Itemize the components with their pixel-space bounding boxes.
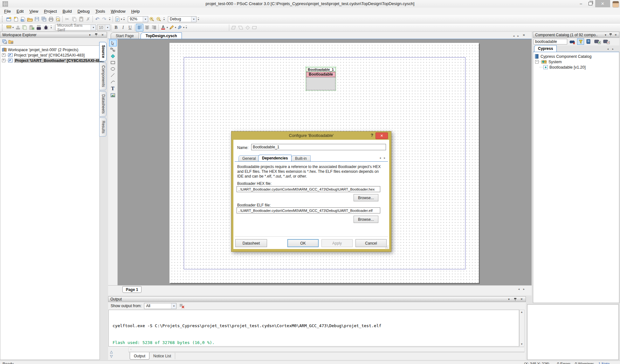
name-input[interactable]	[251, 144, 386, 150]
panel-expand-up-icon[interactable]: △	[110, 350, 113, 354]
expand-icon[interactable]: +	[2, 59, 5, 62]
pin-button[interactable]	[609, 33, 613, 37]
tab-topdesign[interactable]: TopDesign.cysch	[141, 32, 182, 39]
ok-button[interactable]: OK	[287, 239, 319, 247]
scroll-up-icon[interactable]: ▲	[520, 311, 523, 313]
canvas-scroll-right-icon[interactable]: ▸	[523, 287, 525, 291]
toolbar-overflow-button[interactable]: ▾	[108, 16, 112, 23]
save-button[interactable]	[33, 16, 40, 23]
cascade-windows-button[interactable]	[1, 38, 8, 45]
toolbar-overflow-button[interactable]: ▾	[49, 24, 53, 31]
tab-output[interactable]: Output	[130, 352, 149, 360]
line-color-button[interactable]	[168, 24, 175, 31]
menu-project[interactable]: Project	[41, 8, 59, 15]
font-size-combobox[interactable]: 10▾	[97, 24, 110, 30]
catalog-tab-scroll-right-icon[interactable]: ▸	[612, 47, 614, 51]
elf-file-input[interactable]	[237, 207, 380, 213]
open-button[interactable]	[26, 16, 33, 23]
panel-menu-button[interactable]: ▾	[507, 297, 511, 301]
page-tab[interactable]: Page 1	[122, 286, 141, 293]
collapse-icon[interactable]: −	[535, 60, 539, 64]
restore-button[interactable]	[586, 0, 595, 7]
browse-hex-button[interactable]: Browse...	[354, 194, 378, 201]
debugger-tool-button[interactable]	[42, 24, 49, 31]
expand-icon[interactable]: +	[2, 53, 5, 57]
output-filter-combobox[interactable]: All▾	[144, 303, 176, 309]
panel-close-button[interactable]: ✕	[520, 297, 524, 301]
schematic-page[interactable]: Bootloadable_1 Bootloadable Configure 'B…	[169, 43, 479, 283]
status-errors[interactable]: 0 Errors	[557, 362, 571, 364]
font-name-combobox[interactable]: Microsoft Sans Serif▾	[55, 24, 96, 30]
panel-close-button[interactable]: ✕	[614, 33, 618, 37]
menu-edit[interactable]: Edit	[14, 8, 26, 15]
catalog-datasheet-button[interactable]	[586, 39, 591, 44]
output-hscrollbar[interactable]: ‹	[128, 347, 525, 352]
menu-build[interactable]: Build	[60, 8, 75, 15]
pin-button[interactable]	[513, 297, 517, 301]
catalog-expand-all-button[interactable]	[594, 39, 601, 44]
bootloadable-component[interactable]: Bootloadable_1 Bootloadable	[306, 67, 336, 91]
catalog-collapse-all-button[interactable]	[603, 39, 610, 44]
align-left-button[interactable]	[136, 24, 143, 31]
tab-dependencies[interactable]: Dependencies	[258, 155, 292, 161]
panel-menu-button[interactable]: ▾	[88, 33, 92, 37]
toolbar-grip[interactable]	[2, 16, 4, 22]
catalog-tab-scroll-left-icon[interactable]: ◂	[607, 47, 609, 51]
resize-grip-icon[interactable]	[385, 245, 389, 248]
pin-button[interactable]	[94, 33, 98, 37]
zoom-combobox[interactable]: 92%▾	[128, 16, 148, 22]
configure-dialog[interactable]: Configure 'Bootloadable' ? ✕ Name: Gener…	[231, 131, 391, 252]
new-project-button[interactable]	[5, 16, 12, 23]
rectangle-tool-button[interactable]	[109, 59, 116, 65]
terminal-dropdown[interactable]: ▾	[12, 26, 14, 29]
debug-target-combobox[interactable]: Debug▾	[168, 16, 196, 22]
toolbar-overflow-button[interactable]: ▾	[196, 16, 200, 23]
layers-tool-button[interactable]	[21, 24, 28, 31]
polygon-tool-button[interactable]	[109, 53, 116, 59]
hex-file-input[interactable]	[237, 186, 380, 192]
menu-help[interactable]: Help	[128, 8, 143, 15]
chevron-down-icon[interactable]: ▾	[191, 17, 196, 22]
bold-button[interactable]: B	[113, 24, 120, 31]
underline-button[interactable]: U	[127, 24, 134, 31]
dialog-close-button[interactable]: ✕	[375, 132, 388, 139]
fill-color-button[interactable]	[176, 24, 183, 31]
panel-close-button[interactable]: ✕	[100, 33, 105, 37]
copy-button[interactable]	[71, 16, 78, 23]
dialog-help-button[interactable]: ?	[371, 133, 373, 138]
scroll-down-icon[interactable]: ▼	[520, 343, 523, 346]
stamp-tool-button[interactable]	[14, 24, 21, 31]
menu-debug[interactable]: Debug	[75, 8, 93, 15]
tree-row-catalog-root[interactable]: Cypress Component Catalog	[533, 54, 619, 59]
toolbar-overflow-button[interactable]: ▾	[122, 16, 126, 23]
chevron-down-icon[interactable]: ▾	[171, 303, 176, 309]
menu-view[interactable]: View	[26, 8, 41, 15]
menu-file[interactable]: File	[1, 8, 14, 15]
chevron-down-icon[interactable]: ▾	[105, 25, 110, 30]
component-header[interactable]: Bootloadable	[306, 72, 335, 77]
tree-row-workspace[interactable]: Workspace 'projet_test-000' (2 Projects)	[0, 47, 100, 52]
dialog-tab-scroll-left-icon[interactable]: ◂	[379, 156, 381, 159]
tree-row-system[interactable]: − System	[533, 59, 619, 64]
toolbar-grip[interactable]	[2, 24, 4, 31]
chip-tool-button[interactable]: 0010	[35, 24, 42, 31]
new-file-button[interactable]	[12, 16, 19, 23]
tree-row-bootloadable[interactable]: ◆ Bootloadable [v1.20]	[533, 64, 619, 70]
component-instance-label[interactable]: Bootloadable_1	[306, 67, 335, 72]
align-right-button[interactable]	[150, 24, 157, 31]
chevron-down-icon[interactable]: ▾	[143, 17, 148, 22]
select-tool-button[interactable]	[109, 40, 117, 46]
catalog-search-clear-button[interactable]	[569, 39, 575, 44]
tab-scroll-left-icon[interactable]: ◂	[513, 34, 514, 37]
tab-notice-list[interactable]: Notice List	[149, 353, 175, 359]
shape-tool-button[interactable]	[244, 24, 251, 31]
panel-menu-button[interactable]: ▾	[603, 33, 608, 37]
text-tool-button[interactable]: T	[109, 85, 116, 92]
tab-start-page[interactable]: Start Page	[111, 32, 139, 39]
toolbar-overflow-button[interactable]: ▾	[162, 16, 166, 23]
tab-general[interactable]: General	[238, 155, 260, 161]
redo-button[interactable]: ↷	[101, 16, 108, 23]
canvas-scroll-left-icon[interactable]: ◂	[518, 287, 520, 291]
zoom-in-button[interactable]	[148, 16, 155, 23]
datasheet-button[interactable]	[114, 16, 121, 23]
